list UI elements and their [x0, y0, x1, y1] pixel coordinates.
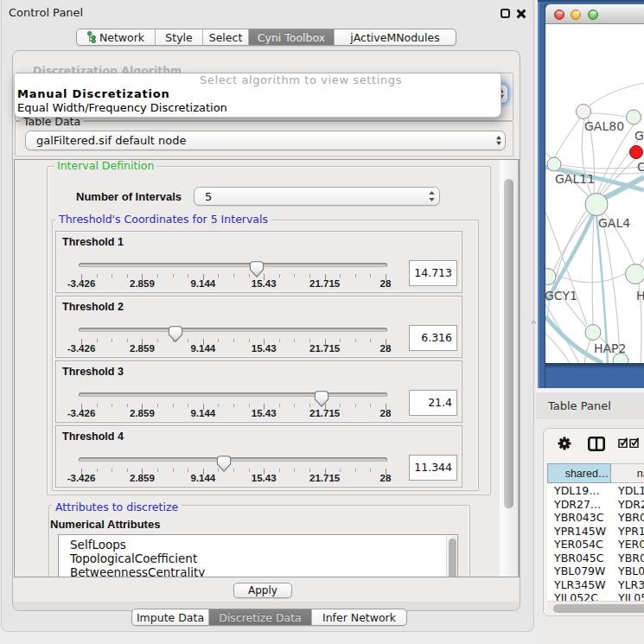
split-columns-icon[interactable] — [588, 437, 605, 451]
slider-minor-tick — [97, 469, 98, 472]
tab-impute-data[interactable]: Impute Data — [132, 609, 209, 625]
column-header-name[interactable]: name — [611, 463, 644, 483]
network-node-label: GCY1 — [545, 289, 577, 303]
network-node-c[interactable] — [630, 146, 643, 159]
threshold-1-label: Threshold 1 — [62, 236, 124, 248]
slider-minor-tick — [173, 274, 174, 277]
table-row[interactable]: YDL19…YDL19 — [547, 484, 644, 498]
network-edge[interactable] — [553, 214, 590, 271]
scrollbar-thumb[interactable] — [504, 179, 513, 508]
threshold-4-value-field[interactable]: 11.344 — [409, 455, 457, 481]
apply-button[interactable]: Apply — [233, 583, 292, 598]
network-node-label: C — [637, 160, 644, 174]
tab-network[interactable]: Network — [77, 29, 156, 45]
tab-select[interactable]: Select — [203, 29, 249, 45]
slider-minor-tick — [112, 404, 112, 407]
table-panel-dock: Table Panel — [536, 388, 644, 644]
network-node-h[interactable] — [626, 265, 644, 284]
slider-minor-tick — [157, 274, 158, 277]
checkbox-checked-icon[interactable] — [618, 437, 628, 448]
float-window-icon[interactable] — [501, 9, 510, 18]
network-edge[interactable] — [602, 214, 620, 354]
slider-tick-label: 9.144 — [190, 343, 215, 354]
slider-rail[interactable] — [79, 328, 387, 332]
split-collapse-icon[interactable] — [531, 319, 537, 325]
slider-thumb[interactable] — [217, 456, 232, 472]
table-row[interactable]: YIL052CYIL05 — [547, 591, 644, 601]
slider-minor-tick — [279, 469, 280, 472]
dropdown-item-equal-width[interactable]: Equal Width/Frequency Discretization — [15, 101, 501, 115]
slider-minor-tick — [370, 404, 371, 407]
attributes-list-scrollbar[interactable] — [446, 536, 456, 577]
column-header-shared-name[interactable]: shared… — [547, 463, 611, 483]
network-node-gal4[interactable] — [585, 194, 608, 216]
slider-rail[interactable] — [79, 457, 387, 462]
dropdown-item-manual-discretization[interactable]: Manual Discretization — [15, 87, 501, 101]
slider-minor-tick — [279, 274, 280, 277]
tab-label: Select — [209, 31, 243, 44]
settings-scrollbar[interactable] — [500, 160, 519, 577]
close-icon[interactable] — [516, 9, 526, 19]
table-row[interactable]: YBL079WYBL07 — [547, 564, 644, 578]
table-row[interactable]: YDR27…YDR27 — [547, 498, 644, 512]
network-edge[interactable] — [590, 83, 644, 105]
slider-minor-tick — [309, 339, 310, 342]
tab-infer-network[interactable]: Infer Network — [312, 609, 406, 625]
tab-style[interactable]: Style — [156, 29, 203, 45]
network-node-label: HAP2 — [594, 341, 626, 355]
attribute-list-item[interactable]: BetweennessCentrality — [59, 565, 457, 577]
zoom-traffic-light[interactable] — [588, 10, 598, 20]
network-graph: GAL80GACGAL11GAL4GCY1HHAP2 — [545, 24, 644, 363]
tab-jactivemnodules[interactable]: jActiveMNodules — [335, 29, 456, 45]
cell-shared-name: YPR145W — [554, 525, 606, 539]
network-canvas[interactable]: GAL80GACGAL11GAL4GCY1HHAP2 — [545, 24, 644, 363]
slider-thumb[interactable] — [169, 326, 183, 342]
tab-discretize-data[interactable]: Discretize Data — [209, 609, 312, 625]
slider-minor-tick — [127, 469, 128, 472]
slider-minor-tick — [249, 404, 250, 407]
threshold-1-value-field[interactable]: 14.713 — [409, 260, 457, 286]
table-row[interactable]: YBR045CYBR04 — [547, 552, 644, 565]
slider-tick-label: 9.144 — [190, 408, 215, 418]
network-edge[interactable] — [554, 273, 626, 283]
numerical-attributes-list[interactable]: SelfLoopsTopologicalCoefficientBetweenne… — [58, 534, 458, 577]
attribute-list-item[interactable]: SelfLoops — [59, 538, 457, 552]
threshold-2-value-field[interactable]: 6.316 — [409, 325, 457, 351]
network-window-titlebar[interactable] — [545, 4, 644, 24]
table-horizontal-scrollbar[interactable] — [547, 601, 644, 615]
network-edge[interactable] — [547, 214, 593, 301]
close-traffic-light[interactable] — [554, 10, 564, 20]
threshold-3-value-field[interactable]: 21.4 — [409, 390, 457, 416]
network-edge[interactable] — [554, 118, 580, 158]
table-row[interactable]: YPR145WYPR14 — [547, 525, 644, 539]
cell-shared-name: YLR345W — [554, 578, 606, 592]
network-node-gal11[interactable] — [547, 157, 561, 171]
table-row[interactable]: YER054CYER05 — [547, 538, 644, 552]
attribute-list-item[interactable]: TopologicalCoefficient — [59, 552, 457, 565]
gear-icon[interactable] — [558, 437, 571, 450]
slider-thumb[interactable] — [315, 391, 329, 407]
network-edge[interactable] — [590, 113, 626, 117]
scrollbar-thumb[interactable] — [449, 539, 456, 577]
dropdown-hint-item[interactable]: Select algorithm to view settings — [15, 73, 501, 87]
network-node-hap2[interactable] — [585, 325, 601, 341]
scrollbar-thumb[interactable] — [553, 604, 644, 613]
cell-shared-name: YDL19… — [554, 484, 600, 498]
minimize-traffic-light[interactable] — [571, 10, 581, 20]
network-node-ga[interactable] — [627, 110, 641, 124]
slider-rail[interactable] — [79, 263, 387, 267]
checkbox-checked-icon[interactable] — [629, 437, 640, 448]
table-row[interactable]: YLR345WYLR34 — [547, 578, 644, 592]
slider-minor-tick — [309, 404, 310, 407]
table-data-combobox[interactable]: galFiltered.sif default node — [25, 131, 506, 150]
network-node-gal80[interactable] — [577, 105, 591, 119]
network-window-bottom-frame — [545, 363, 644, 388]
tab-cyni-toolbox[interactable]: Cyni Toolbox — [249, 29, 335, 45]
network-edge[interactable] — [592, 215, 594, 325]
slider-rail[interactable] — [79, 392, 387, 397]
table-row[interactable]: YBR043CYBR04 — [547, 511, 644, 525]
network-edge[interactable] — [561, 165, 644, 169]
number-of-intervals-combobox[interactable]: 5 — [194, 187, 440, 206]
slider-thumb[interactable] — [250, 261, 265, 277]
network-edge[interactable] — [640, 258, 644, 265]
